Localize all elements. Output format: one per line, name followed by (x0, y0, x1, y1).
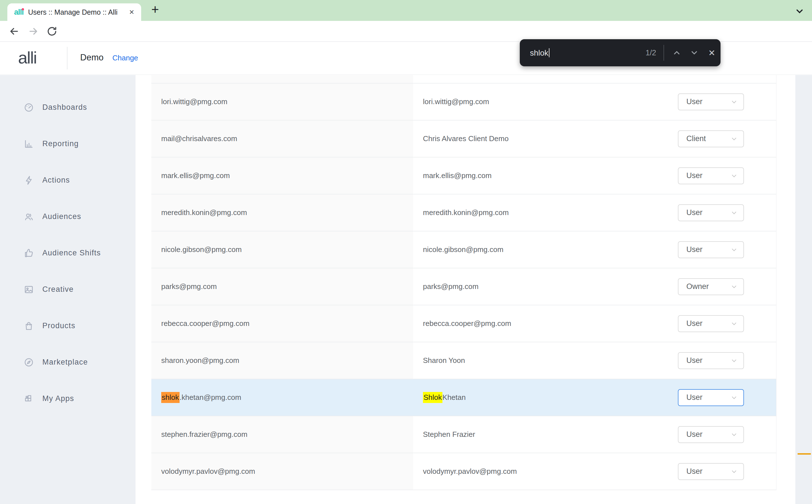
table-row: stephen.frazier@pmg.comStephen FrazierUs… (151, 416, 776, 453)
change-workspace-link[interactable]: Change (112, 54, 138, 62)
role-dropdown[interactable]: User (678, 463, 744, 480)
email-cell: mail@chrisalvares.com (151, 120, 413, 157)
tab-search-chevron-icon[interactable] (795, 6, 805, 16)
chevron-down-icon (730, 468, 738, 475)
sidebar-item-label: Audiences (42, 212, 81, 221)
role-cell: User (676, 379, 776, 416)
role-cell: User (676, 342, 776, 379)
sidebar-item-my-apps[interactable]: My Apps (0, 380, 135, 417)
role-dropdown-value: User (686, 97, 702, 106)
new-tab-button[interactable]: + (151, 2, 159, 17)
role-dropdown[interactable]: User (678, 389, 744, 406)
image-icon (23, 284, 34, 295)
email-cell: rebecca.cooper@pmg.com (151, 305, 413, 342)
find-match: Shlok (423, 392, 443, 403)
email-cell: mark.ellis@pmg.com (151, 157, 413, 194)
main-content: lori.wittig@pmg.comlori.wittig@pmg.comUs… (135, 75, 795, 504)
email-cell: parks@pmg.com (151, 268, 413, 305)
find-input[interactable]: shlok (530, 48, 550, 58)
role-cell: Client (676, 120, 776, 157)
table-row: mail@chrisalvares.comChris Alvares Clien… (151, 120, 776, 157)
find-bar[interactable]: shlok 1/2 ✕ (520, 39, 721, 66)
workspace-name: Demo (80, 52, 104, 63)
sidebar-item-creative[interactable]: Creative (0, 271, 135, 308)
sidebar-item-label: Dashboards (42, 103, 87, 112)
find-next-icon[interactable] (686, 44, 703, 62)
role-cell: Owner (676, 268, 776, 305)
role-dropdown-value: User (686, 356, 702, 365)
sidebar-item-marketplace[interactable]: Marketplace (0, 344, 135, 380)
sidebar-item-audience-shifts[interactable]: Audience Shifts (0, 235, 135, 271)
thumbs-up-icon (23, 247, 34, 259)
role-cell: User (676, 84, 776, 120)
sidebar-item-products[interactable]: Products (0, 308, 135, 344)
role-dropdown[interactable]: User (678, 204, 744, 221)
chevron-down-icon (730, 172, 738, 179)
chevron-down-icon (730, 320, 738, 327)
name-cell: rebecca.cooper@pmg.com (413, 305, 676, 342)
find-previous-icon[interactable] (668, 44, 686, 62)
role-dropdown-value: Client (686, 134, 706, 143)
name-cell: Sharon Yoon (413, 342, 676, 379)
sidebar-item-label: Marketplace (42, 358, 88, 367)
role-dropdown[interactable]: Client (678, 130, 744, 147)
role-dropdown[interactable]: Owner (678, 278, 744, 295)
role-dropdown[interactable]: User (678, 93, 744, 110)
sidebar-item-label: Actions (42, 176, 70, 185)
role-dropdown-value: User (686, 319, 702, 328)
find-close-icon[interactable]: ✕ (703, 44, 721, 62)
email-cell: volodymyr.pavlov@pmg.com (151, 453, 413, 490)
find-bar-divider (664, 45, 664, 61)
scrollbar-gutter[interactable] (795, 75, 812, 504)
name-cell: meredith.konin@pmg.com (413, 194, 676, 231)
email-cell: lori.wittig@pmg.com (151, 84, 413, 120)
name-cell: Chris Alvares Client Demo (413, 120, 676, 157)
role-cell: User (676, 416, 776, 453)
tab-title: Users :: Manage Demo :: Alli (28, 8, 127, 16)
tab-close-icon[interactable]: ✕ (127, 7, 136, 17)
forward-button[interactable] (28, 26, 39, 37)
name-cell: Stephen Frazier (413, 416, 676, 453)
table-row: shlok.khetan@pmg.comShlok KhetanUser (151, 379, 776, 416)
people-icon (23, 211, 34, 222)
sidebar: DashboardsReportingActionsAudiencesAudie… (0, 75, 135, 504)
sidebar-item-label: Creative (42, 285, 74, 294)
role-dropdown[interactable]: User (678, 315, 744, 332)
header-divider (67, 47, 67, 69)
name-cell: volodymyr.pavlov@pmg.com (413, 453, 676, 490)
role-cell: User (676, 194, 776, 231)
table-row: sharon.yoon@pmg.comSharon YoonUser (151, 342, 776, 379)
sidebar-item-reporting[interactable]: Reporting (0, 126, 135, 162)
role-dropdown-value: User (686, 208, 702, 217)
role-dropdown[interactable]: User (678, 352, 744, 369)
find-match-count: 1/2 (645, 49, 656, 57)
role-dropdown-value: User (686, 430, 702, 439)
sidebar-item-label: Reporting (42, 139, 79, 148)
sidebar-item-label: Audience Shifts (42, 249, 101, 257)
browser-tab[interactable]: alli Users :: Manage Demo :: Alli ✕ (7, 3, 141, 21)
table-row: nicole.gibson@pmg.comnicole.gibson@pmg.c… (151, 231, 776, 268)
compass-icon (23, 357, 34, 368)
role-cell: User (676, 453, 776, 490)
role-dropdown[interactable]: User (678, 241, 744, 258)
lightning-icon (23, 175, 34, 186)
chevron-down-icon (730, 209, 738, 216)
text-caret (549, 48, 550, 57)
chevron-down-icon (730, 98, 738, 106)
sidebar-item-actions[interactable]: Actions (0, 162, 135, 198)
back-button[interactable] (8, 26, 20, 37)
alli-favicon-icon: alli (14, 8, 24, 17)
sidebar-item-audiences[interactable]: Audiences (0, 198, 135, 235)
reload-button[interactable] (46, 26, 58, 37)
table-row: lori.wittig@pmg.comlori.wittig@pmg.comUs… (151, 84, 776, 120)
sidebar-item-label: Products (42, 321, 75, 330)
role-dropdown-value: Owner (686, 282, 709, 291)
partial-row (151, 75, 776, 84)
role-dropdown[interactable]: User (678, 167, 744, 184)
shopping-bag-icon (23, 320, 34, 332)
table-row: parks@pmg.comparks@pmg.comOwner (151, 268, 776, 305)
role-dropdown[interactable]: User (678, 426, 744, 443)
chevron-down-icon (730, 431, 738, 438)
alli-logo[interactable]: alli (18, 48, 36, 67)
sidebar-item-dashboards[interactable]: Dashboards (0, 89, 135, 126)
